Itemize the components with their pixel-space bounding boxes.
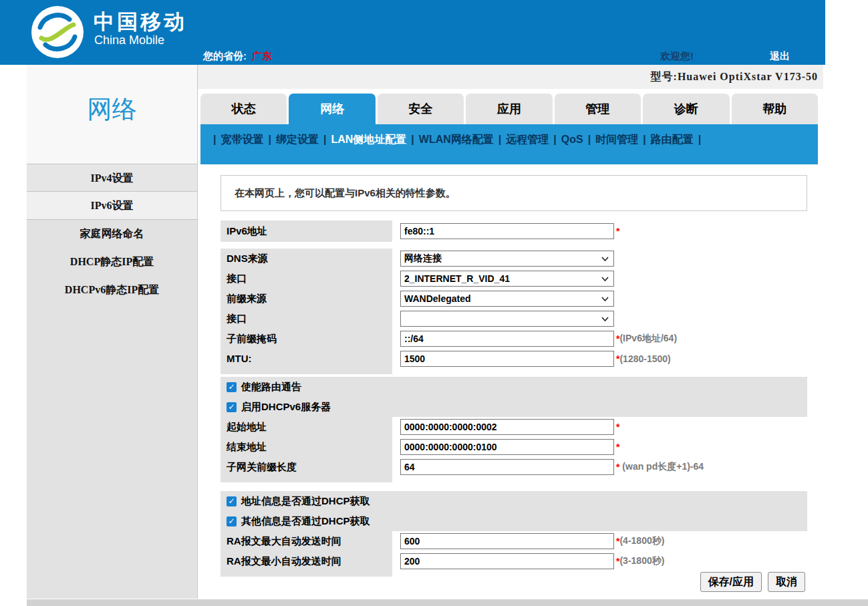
checkbox-label: 地址信息是否通过DHCP获取: [241, 495, 370, 508]
form-row: DNS来源网络连接: [221, 249, 807, 269]
form-section-address: IPv6地址*: [221, 220, 807, 242]
sidebar-title-area: 网络: [27, 65, 197, 164]
field-label: MTU:: [221, 349, 392, 369]
form-section-ra: ✓地址信息是否通过DHCP获取✓其他信息是否通过DHCP获取RA报文最大自动发送…: [221, 491, 807, 577]
cancel-button[interactable]: 取消: [768, 572, 805, 592]
header-bar: 中国移动 China Mobile 您的省份:广东 欢迎您! 退出: [0, 0, 825, 65]
tab-active[interactable]: 网络: [289, 94, 375, 127]
field-cell: *: [400, 437, 619, 457]
input-ra-max-interval[interactable]: [400, 533, 614, 549]
form-row: RA报文最大自动发送时间*(4-1800秒): [221, 531, 807, 551]
form-row: MTU:*(1280-1500): [221, 349, 807, 369]
input-sub-prefix-mask[interactable]: [400, 331, 614, 347]
select-prefix-interface[interactable]: [400, 311, 614, 327]
logout-link[interactable]: 退出: [770, 50, 790, 63]
brand-name-en: China Mobile: [94, 33, 164, 47]
sidebar-item[interactable]: IPv6设置: [27, 192, 197, 220]
form-row: 结束地址*: [221, 437, 807, 457]
checkbox-row: ✓其他信息是否通过DHCP获取: [221, 511, 807, 531]
subnav-separator: |: [411, 134, 414, 145]
device-model-text: 型号:Huawei OptiXstar V173-50: [198, 65, 823, 89]
tab-item[interactable]: 管理: [555, 94, 641, 124]
field-cell: *(1280-1500): [400, 349, 671, 369]
field-cell: 网络连接: [400, 249, 614, 269]
subnav-item[interactable]: 绑定设置: [276, 134, 319, 145]
bottom-divider: [27, 599, 868, 606]
required-asterisk: *: [616, 462, 622, 472]
field-cell: WANDelegated: [400, 289, 614, 309]
save-apply-button[interactable]: 保存/应用: [700, 572, 762, 592]
required-asterisk: *: [616, 226, 619, 237]
tab-item[interactable]: 应用: [466, 94, 552, 124]
tab-item[interactable]: 诊断: [643, 94, 729, 124]
subnav-separator: |: [213, 134, 216, 145]
form-section-dhcpv6: ✓使能路由通告✓启用DHCPv6服务器起始地址*结束地址*子网关前缀长度* (w…: [221, 377, 807, 482]
field-hint: (wan pd长度+1)-64: [622, 461, 704, 473]
field-label: 前缀来源: [221, 289, 392, 309]
subnav-item[interactable]: LAN侧地址配置: [331, 134, 406, 145]
tab-item[interactable]: 状态: [200, 94, 287, 124]
select-value: 网络连接: [404, 253, 442, 265]
field-label: 起始地址: [221, 417, 392, 437]
checkbox-label: 其他信息是否通过DHCP获取: [241, 515, 370, 528]
field-label: 子网关前缀长度: [221, 457, 392, 477]
province-label: 您的省份:: [203, 50, 247, 61]
form-row: 前缀来源WANDelegated: [221, 289, 807, 309]
input-start-address[interactable]: [400, 419, 614, 435]
subnav-item[interactable]: QoS: [561, 134, 583, 145]
brand-name-cn: 中国移动: [94, 8, 187, 36]
field-cell: *: [400, 417, 619, 437]
province-value: 广东: [252, 50, 272, 61]
chevron-down-icon: [601, 257, 609, 261]
page-description: 在本网页上，您可以配置与IPv6相关的特性参数。: [221, 175, 807, 211]
select-value: WANDelegated: [404, 293, 471, 304]
input-subnet-gateway-prefix-length[interactable]: [400, 459, 614, 475]
field-hint: (1280-1500): [619, 353, 670, 364]
sub-nav-bar: |宽带设置|绑定设置|LAN侧地址配置|WLAN网络配置|远程管理|QoS|时间…: [200, 124, 818, 164]
input-end-address[interactable]: [400, 439, 614, 455]
subnav-item[interactable]: 远程管理: [506, 134, 549, 145]
input-mtu[interactable]: [400, 351, 614, 367]
checkbox-enable-dhcpv6-server[interactable]: ✓: [227, 402, 237, 412]
sidebar-item[interactable]: DHCPv6静态IP配置: [27, 276, 197, 304]
main-tab-bar: 状态网络安全应用管理诊断帮助: [200, 94, 818, 124]
field-hint: (4-1800秒): [619, 535, 664, 547]
field-label: RA报文最大自动发送时间: [221, 531, 392, 551]
field-label: DNS来源: [221, 249, 392, 269]
select-value: 2_INTERNET_R_VID_41: [404, 273, 510, 284]
input-ra-min-interval[interactable]: [400, 553, 614, 569]
sidebar-item[interactable]: 家庭网络命名: [27, 220, 197, 248]
province-indicator: 您的省份:广东: [203, 50, 272, 63]
subnav-separator: |: [498, 134, 501, 145]
required-asterisk: *: [616, 442, 619, 452]
sidebar-item[interactable]: IPv4设置: [27, 164, 197, 192]
subnav-item[interactable]: WLAN网络配置: [419, 134, 494, 145]
sidebar-section-title: 网络: [27, 65, 197, 126]
field-label: 结束地址: [221, 437, 392, 457]
select-dns-interface[interactable]: 2_INTERNET_R_VID_41: [400, 271, 614, 287]
content-area: 在本网页上，您可以配置与IPv6相关的特性参数。 IPv6地址* DNS来源网络…: [198, 164, 823, 599]
field-cell: *(4-1800秒): [400, 531, 664, 551]
subnav-item[interactable]: 路由配置: [651, 134, 694, 145]
form-row: 起始地址*: [221, 417, 807, 437]
sidebar-item[interactable]: DHCP静态IP配置: [27, 248, 197, 276]
field-label: RA报文最小自动发送时间: [221, 551, 392, 571]
checkbox-enable-router-advertisement[interactable]: ✓: [227, 382, 237, 392]
field-cell: *(3-1800秒): [400, 551, 664, 571]
checkbox-other-info-via-dhcp[interactable]: ✓: [227, 516, 237, 526]
field-label: 子前缀掩码: [221, 329, 392, 349]
tab-item[interactable]: 安全: [378, 94, 464, 124]
form-row: 子前缀掩码*(IPv6地址/64): [221, 329, 807, 349]
subnav-item[interactable]: 时间管理: [595, 134, 638, 145]
field-cell: 2_INTERNET_R_VID_41: [400, 269, 614, 289]
checkbox-address-info-via-dhcp[interactable]: ✓: [227, 496, 237, 506]
input-ipv6-address[interactable]: [400, 223, 614, 239]
subnav-item[interactable]: 宽带设置: [221, 134, 263, 145]
field-hint: (3-1800秒): [619, 555, 664, 567]
select-dns-source[interactable]: 网络连接: [400, 251, 614, 267]
sidebar-menu: IPv4设置IPv6设置家庭网络命名DHCP静态IP配置DHCPv6静态IP配置: [27, 164, 197, 304]
form-row: 接口: [221, 309, 807, 329]
field-cell: *(IPv6地址/64): [400, 329, 677, 349]
select-prefix-source[interactable]: WANDelegated: [400, 291, 614, 307]
tab-item[interactable]: 帮助: [732, 94, 818, 124]
